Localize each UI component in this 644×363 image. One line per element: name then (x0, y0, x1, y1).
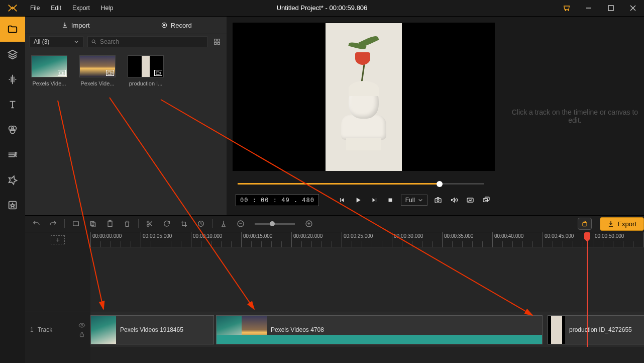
svg-point-9 (163, 24, 165, 26)
window-title: Untitled Project* - 00:00:59.806 (277, 4, 368, 12)
svg-point-20 (437, 200, 439, 202)
cut-button[interactable] (70, 218, 82, 230)
menu-export[interactable]: Export (67, 1, 95, 16)
svg-rect-16 (108, 72, 111, 74)
svg-rect-24 (73, 222, 79, 226)
grid-view-toggle[interactable] (211, 36, 223, 47)
media-label: Pexels Vide... (31, 80, 67, 86)
volume-button[interactable] (449, 195, 460, 206)
zoom-out-button[interactable] (235, 218, 247, 230)
scale-dropdown[interactable]: Full (401, 195, 427, 206)
detach-button[interactable] (481, 195, 492, 206)
split-button[interactable] (144, 218, 156, 230)
snapshot-button[interactable] (433, 195, 444, 206)
playhead[interactable] (587, 232, 588, 347)
stop-button[interactable] (385, 195, 396, 206)
rotate-button[interactable] (161, 218, 173, 230)
window-minimize[interactable] (578, 0, 600, 17)
crop-button[interactable] (178, 218, 190, 230)
tool-layers[interactable] (0, 42, 25, 67)
tool-text[interactable] (0, 92, 25, 117)
preview-frame (326, 23, 402, 171)
export-icon (607, 220, 614, 227)
menu-file[interactable]: File (25, 1, 45, 16)
marker-button[interactable] (218, 218, 230, 230)
svg-rect-19 (435, 199, 441, 203)
properties-panel-hint: Click a track on the timeline or canvas … (501, 17, 644, 215)
import-tab[interactable]: Import (25, 17, 126, 34)
zoom-in-button[interactable] (303, 218, 315, 230)
tool-filters[interactable] (0, 117, 25, 142)
media-thumbnail (31, 55, 67, 77)
menu-edit[interactable]: Edit (46, 1, 66, 16)
app-logo (0, 0, 25, 17)
record-tab[interactable]: Record (126, 17, 227, 34)
track-label: Track (38, 326, 74, 333)
svg-point-6 (10, 129, 15, 133)
preview-scrubber[interactable] (233, 180, 495, 187)
svg-rect-11 (214, 39, 217, 41)
redo-button[interactable] (47, 218, 59, 230)
svg-rect-17 (156, 72, 159, 74)
search-input[interactable] (100, 38, 204, 45)
window-close[interactable] (622, 0, 644, 17)
preview-canvas[interactable] (233, 23, 495, 171)
media-thumbnail (79, 55, 116, 77)
svg-point-5 (12, 126, 16, 131)
search-icon (91, 39, 97, 45)
menu-help[interactable]: Help (96, 1, 119, 16)
tool-media[interactable] (0, 17, 25, 42)
chevron-down-icon (74, 39, 79, 44)
media-item[interactable]: Pexels Vide... (79, 55, 116, 86)
import-label: Import (71, 22, 90, 29)
aspect-button[interactable] (465, 195, 476, 206)
play-button[interactable] (353, 195, 364, 206)
copy-button[interactable] (87, 218, 99, 230)
export-button[interactable]: Export (600, 217, 644, 231)
media-item[interactable]: production I... (128, 55, 164, 86)
resource-button[interactable] (578, 218, 592, 230)
svg-rect-12 (218, 39, 220, 41)
lock-icon[interactable] (78, 331, 85, 338)
tool-transitions[interactable] (0, 142, 25, 167)
tool-favorites[interactable] (0, 193, 25, 218)
svg-rect-18 (388, 199, 392, 202)
search-box[interactable] (87, 36, 207, 47)
video-track[interactable]: Pexels Videos 1918465Pexels Videos 4708p… (90, 312, 644, 347)
chevron-down-icon (418, 198, 423, 203)
paste-button[interactable] (104, 218, 116, 230)
timeline-ruler[interactable]: 00:00:00.00000:00:05.00000:00:10.00000:0… (90, 232, 644, 247)
window-maximize[interactable] (600, 0, 622, 17)
next-frame-button[interactable] (369, 195, 380, 206)
preview-timecode: 00 : 00 : 49 . 480 (236, 194, 319, 206)
zoom-slider[interactable] (255, 223, 295, 225)
tool-overlays[interactable] (0, 167, 25, 193)
timeline-clip[interactable]: production ID_4272655 (548, 315, 644, 344)
tool-audio[interactable] (0, 67, 25, 92)
record-label: Record (171, 22, 192, 29)
svg-point-35 (81, 324, 83, 326)
visibility-icon[interactable] (78, 322, 85, 329)
svg-rect-1 (608, 6, 613, 11)
undo-button[interactable] (30, 218, 42, 230)
svg-rect-14 (218, 42, 220, 44)
video-badge-icon (154, 70, 162, 76)
timeline-clip[interactable]: Pexels Videos 1918465 (90, 315, 214, 344)
media-filter-dropdown[interactable]: All (3) (29, 36, 83, 47)
track-header[interactable]: 1 Track (25, 312, 90, 347)
track-number: 1 (30, 326, 34, 333)
svg-point-10 (92, 40, 95, 43)
timeline-clip[interactable]: Pexels Videos 4708 (216, 315, 543, 344)
svg-rect-34 (583, 223, 587, 226)
prev-frame-button[interactable] (337, 195, 348, 206)
delete-button[interactable] (121, 218, 133, 230)
svg-rect-15 (60, 72, 63, 74)
speed-button[interactable] (195, 218, 207, 230)
svg-rect-36 (80, 334, 84, 336)
cart-icon[interactable] (556, 0, 578, 17)
svg-rect-13 (214, 42, 217, 44)
media-label: production I... (128, 80, 164, 86)
add-track-button[interactable]: + (51, 235, 65, 244)
video-badge-icon (106, 70, 114, 76)
media-item[interactable]: Pexels Vide... (31, 55, 67, 86)
